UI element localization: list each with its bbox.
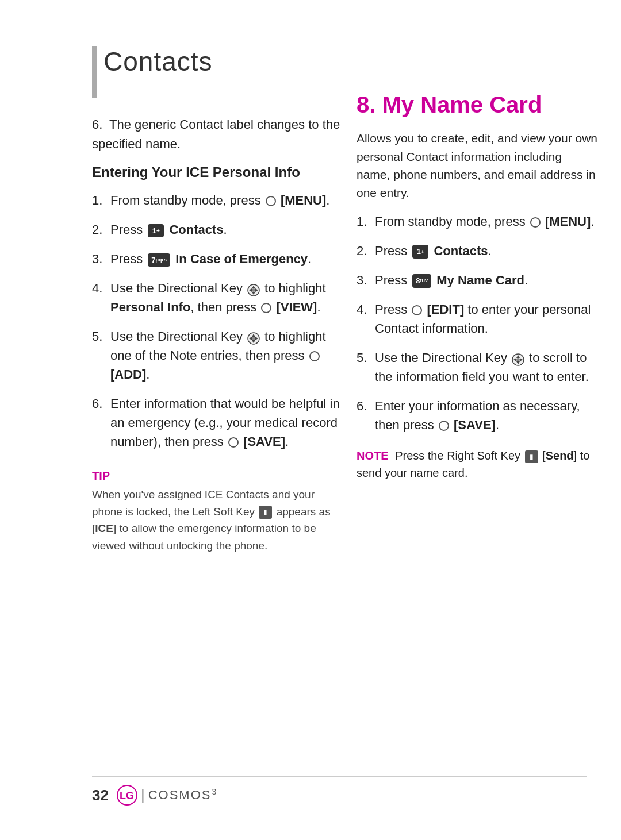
ice-step-2-num: 2. [92,220,110,239]
cosmos-text: COSMOS3 [148,787,218,803]
svg-point-17 [516,358,520,361]
mnc-key-badge: 8tuv [412,274,431,288]
contacts-key-badge-right: 1+ [412,245,428,259]
mnc-step-6-text: Enter your information as necessary, the… [375,396,598,434]
ice-step-5: 5. Use the Directional Key to hig [92,327,345,384]
mnc-step-4-num: 4. [356,300,375,319]
mnc-step-2-text: Press 1+ Contacts. [375,241,598,260]
circle-icon-4 [261,303,271,313]
accent-bar [92,46,97,98]
dir-key-icon-r5 [512,352,524,365]
ice-step-4-text: Use the Directional Key to highlight Per… [110,279,345,317]
mnc-step-4-text: Press [EDIT] to enter your personal Cont… [375,300,598,338]
mnc-step-1-num: 1. [356,212,375,231]
mnc-step-6: 6. Enter your information as necessary, … [356,396,598,434]
contacts-key-badge-left: 1+ [148,224,164,238]
dir-key-icon-5 [247,331,260,344]
ice-step-1: 1. From standby mode, press [MENU]. [92,191,345,210]
svg-point-5 [252,288,255,292]
mnc-step-4: 4. Press [EDIT] to enter your personal C… [356,300,598,338]
mnc-step-5-text: Use the Directional Key to scroll to the… [375,348,598,386]
my-name-card-intro: Allows you to create, edit, and view you… [356,129,598,202]
ice-step-3-text: Press 7pqrs In Case of Emergency. [110,249,345,268]
soft-key-icon-tip: ▮ [259,506,272,519]
ice-step-1-text: From standby mode, press [MENU]. [110,191,345,210]
circle-icon-6 [228,437,239,448]
tip-label: TIP [92,469,345,483]
ice-step-6: 6. Enter information that would be helpf… [92,394,345,451]
circle-icon-r6 [439,421,449,431]
ice-step-6-text: Enter information that would be helpful … [110,394,345,451]
ice-steps-list: 1. From standby mode, press [MENU]. 2. P… [92,191,345,451]
tip-section: TIP When you've assigned ICE Contacts an… [92,467,345,554]
note-label: NOTE [356,449,389,462]
ice-section-heading: Entering Your ICE Personal Info [92,164,345,180]
note-section: NOTE Press the Right Soft Key ▮ [Send] t… [356,447,598,481]
tip-text: When you've assigned ICE Contacts and yo… [92,486,345,554]
mnc-step-2-num: 2. [356,241,375,260]
circle-icon-1 [266,196,276,206]
circle-icon-r4 [412,305,422,315]
mnc-step-1: 1. From standby mode, press [MENU]. [356,212,598,231]
ice-step-5-text: Use the Directional Key to highlight one… [110,327,345,384]
bottom-bar: 32 LG | COSMOS3 [92,776,586,806]
mnc-step-3-text: Press 8tuv My Name Card. [375,271,598,290]
ice-step-6-num: 6. [92,394,110,413]
mnc-step-1-text: From standby mode, press [MENU]. [375,212,598,231]
my-name-card-title: 8. My Name Card [356,92,598,118]
page-number: 32 [92,787,109,804]
left-column: 6. The generic Contact label changes to … [92,115,345,554]
mnc-step-3: 3. Press 8tuv My Name Card. [356,271,598,290]
ice-step-3: 3. Press 7pqrs In Case of Emergency. [92,249,345,268]
ice-step-4: 4. Use the Directional Key to hig [92,279,345,317]
ice-step-4-num: 4. [92,279,110,298]
mnc-step-2: 2. Press 1+ Contacts. [356,241,598,260]
lg-icon: LG [117,785,137,806]
ice-key-badge: 7pqrs [148,253,170,267]
prev-step6-num: 6. [92,117,102,132]
circle-icon-r1 [530,217,540,228]
brand-logo: LG | COSMOS3 [117,785,217,806]
prev-step6-body: The generic Contact label changes to the… [92,117,340,151]
ice-step-1-num: 1. [92,191,110,210]
ice-step-2-text: Press 1+ Contacts. [110,220,345,239]
note-text: Press the Right Soft Key ▮ [Send] to sen… [356,449,589,479]
my-name-card-steps-list: 1. From standby mode, press [MENU]. 2. P… [356,212,598,434]
brand-separator: | [141,787,145,804]
dir-key-icon-4 [247,283,260,295]
svg-point-11 [252,337,255,340]
ice-step-5-num: 5. [92,327,110,346]
svg-text:LG: LG [120,790,134,802]
ice-step-3-num: 3. [92,249,110,268]
mnc-step-3-num: 3. [356,271,375,290]
page: Contacts 6. The generic Contact label ch… [0,0,621,840]
cosmos-sup: 3 [212,787,217,796]
mnc-step-6-num: 6. [356,396,375,415]
page-title: Contacts [103,46,213,77]
soft-key-icon-note: ▮ [525,450,538,463]
mnc-step-5: 5. Use the Directional Key to scr [356,348,598,386]
circle-icon-5 [309,351,320,361]
prev-step6-text: 6. The generic Contact label changes to … [92,115,345,154]
ice-step-2: 2. Press 1+ Contacts. [92,220,345,239]
right-column: 8. My Name Card Allows you to create, ed… [356,92,598,481]
mnc-step-5-num: 5. [356,348,375,367]
